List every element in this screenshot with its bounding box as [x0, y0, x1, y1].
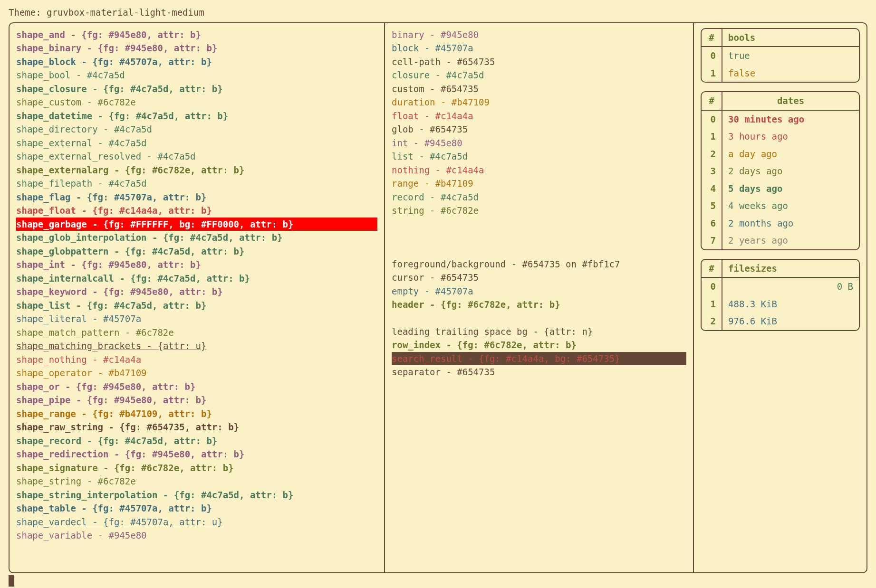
entry-sep: -: [76, 503, 92, 513]
row-index: 5: [702, 197, 722, 215]
row-value: 4 weeks ago: [722, 197, 859, 215]
entry-name: shape_garbage: [16, 219, 87, 229]
bools-table: #bools0true1false: [701, 28, 860, 83]
entry-spec: {fg: #4c7a5d, attr: b}: [103, 84, 223, 94]
entry-spec: {attr: n}: [544, 326, 593, 337]
blank-line: [392, 312, 686, 325]
entry-spec: #945e80: [441, 29, 479, 40]
entry-sep: -: [92, 138, 108, 148]
entry-sep: -: [103, 422, 119, 432]
entry-name: separator: [392, 367, 441, 377]
entry-sep: -: [441, 340, 457, 350]
theme-entry: shape_globpattern - {fg: #4c7a5d, attr: …: [16, 245, 377, 258]
entry-spec: #945e80: [108, 530, 146, 541]
entry-spec: #4c7a5d: [157, 151, 195, 161]
header-value: filesizes: [722, 260, 859, 277]
entry-name: block: [392, 43, 419, 53]
blank-line: [392, 244, 686, 257]
entry-name: shape_keyword: [16, 286, 87, 297]
entry-spec: #6c782e: [136, 327, 174, 338]
entry-sep: -: [441, 367, 457, 377]
entry-sep: -: [141, 151, 157, 161]
entry-spec: {fg: #4c7a5d, attr: b}: [130, 273, 250, 284]
table-row: 030 minutes ago: [702, 111, 859, 128]
entry-name: duration: [392, 97, 435, 107]
entry-sep: -: [419, 111, 435, 121]
row-value: true: [722, 47, 859, 65]
entry-sep: -: [157, 490, 173, 500]
entry-sep: -: [81, 43, 97, 53]
entry-name: shape_matching_brackets: [16, 341, 141, 351]
theme-entry: string - #6c782e: [392, 204, 686, 218]
main-panel: shape_and - {fg: #945e80, attr: b}shape_…: [9, 22, 867, 573]
entry-spec: #654735: [457, 57, 495, 67]
entry-name: search_result: [392, 353, 462, 364]
entry-name: header: [392, 299, 424, 310]
entry-name: shape_filepath: [16, 178, 92, 189]
entry-name: shape_block: [16, 57, 76, 67]
theme-entry: shape_nothing - #c14a4a: [16, 353, 377, 367]
entry-name: string: [392, 205, 424, 216]
theme-entry: shape_float - {fg: #c14a4a, attr: b}: [16, 204, 377, 218]
entry-name: binary: [392, 29, 424, 40]
entry-sep: -: [119, 327, 135, 338]
row-index: 2: [702, 145, 722, 163]
entry-sep: -: [424, 192, 441, 202]
entry-spec: {fg: #945e80, attr: b}: [81, 259, 201, 270]
entry-name: shape_externalarg: [16, 165, 108, 175]
row-index: 3: [702, 162, 722, 180]
entry-sep: -: [98, 124, 114, 134]
entry-sep: -: [81, 476, 97, 486]
entry-sep: -: [147, 232, 163, 243]
table-header: #dates: [702, 92, 859, 111]
entry-sep: -: [65, 259, 81, 270]
entry-sep: -: [87, 517, 103, 527]
entry-name: custom: [392, 84, 424, 94]
entry-sep: -: [419, 43, 435, 53]
theme-entry: shape_table - {fg: #45707a, attr: b}: [16, 502, 377, 515]
theme-entry: shape_garbage - {fg: #FFFFFF, bg: #FF000…: [16, 218, 377, 231]
table-row: 00 B: [702, 278, 859, 295]
types-column: binary - #945e80block - #45707acell-path…: [385, 23, 694, 572]
entry-name: cell-path: [392, 57, 441, 67]
theme-entry: shape_binary - {fg: #945e80, attr: b}: [16, 41, 377, 55]
entry-spec: {fg: #6c782e, attr: b}: [441, 299, 560, 310]
theme-entry: shape_list - {fg: #4c7a5d, attr: b}: [16, 299, 377, 313]
row-index: 1: [702, 65, 722, 82]
entry-name: shape_literal: [16, 313, 87, 324]
entry-sep: -: [70, 395, 87, 405]
entry-spec: {fg: #945e80, attr: b}: [76, 381, 196, 392]
theme-entry: custom - #654735: [392, 82, 686, 96]
entry-sep: -: [87, 84, 103, 94]
entry-spec: {fg: #6c782e, attr: b}: [457, 340, 577, 350]
entry-name: shape_table: [16, 503, 76, 513]
entry-spec: #c14a4a: [446, 165, 484, 175]
entry-spec: {fg: #45707a, attr: b}: [87, 192, 207, 202]
theme-entry: shape_externalarg - {fg: #6c782e, attr: …: [16, 163, 377, 177]
theme-entry: shape_block - {fg: #45707a, attr: b}: [16, 55, 377, 69]
theme-entry: shape_or - {fg: #945e80, attr: b}: [16, 380, 377, 394]
entry-spec: #4c7a5d: [108, 138, 146, 148]
entry-name: shape_redirection: [16, 449, 108, 459]
row-index: 6: [702, 215, 722, 232]
entry-spec: {fg: #45707a, attr: u}: [103, 517, 223, 527]
theme-entry: shape_bool - #4c7a5d: [16, 68, 377, 82]
theme-entry: shape_record - {fg: #4c7a5d, attr: b}: [16, 434, 377, 448]
entry-spec: #4c7a5d: [441, 192, 479, 202]
theme-entry: cursor - #654735: [392, 271, 686, 285]
entry-sep: -: [114, 273, 130, 284]
entry-spec: {fg: #c14a4a, bg: #654735}: [479, 353, 620, 364]
entry-spec: {fg: #945e80, attr: b}: [125, 449, 245, 459]
row-value: 3 hours ago: [722, 128, 859, 145]
theme-entry: cell-path - #654735: [392, 55, 686, 69]
entry-spec: {fg: #4c7a5d, attr: b}: [98, 436, 218, 446]
theme-entry: shape_string_interpolation - {fg: #4c7a5…: [16, 488, 377, 502]
entry-sep: -: [424, 272, 441, 283]
entry-sep: -: [76, 57, 92, 67]
entry-sep: -: [76, 408, 92, 419]
theme-entry: nothing - #c14a4a: [392, 163, 686, 177]
entry-name: cursor: [392, 272, 424, 283]
terminal-screen: Theme: gruvbox-material-light-medium sha…: [0, 0, 876, 588]
entry-name: record: [392, 192, 424, 202]
theme-entry: shape_matching_brackets - {attr: u}: [16, 339, 377, 353]
